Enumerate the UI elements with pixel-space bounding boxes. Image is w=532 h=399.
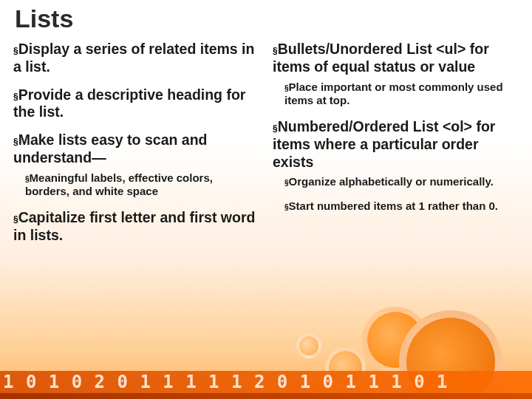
sub-bullet-text: Start numbered items at 1 rather than 0.	[289, 200, 498, 212]
bullet-marker: §	[273, 46, 278, 56]
sub-bullet-text: Meaningful labels, effective colors, bor…	[25, 171, 213, 198]
bullet-marker: §	[273, 123, 278, 134]
deco-circle	[296, 333, 321, 358]
bullet-text: Display a series of related items in a l…	[13, 41, 254, 75]
sub-bullet-item: §Organize alphabetically or numerically.	[284, 175, 519, 189]
background-decoration: 1 0 1 0 2 0 1 1 1 1 1 2 0 1 0 1 1 1 0 1	[0, 296, 532, 399]
sub-bullet-item: §Meaningful labels, effective colors, bo…	[25, 171, 259, 200]
bullet-item: §Capitalize first letter and first word …	[13, 209, 259, 245]
sub-bullet-text: Organize alphabetically or numerically.	[289, 175, 494, 188]
sub-bullet-item: §Place important or most commonly used i…	[284, 81, 519, 109]
bullet-marker: §	[13, 214, 18, 225]
right-column: §Bullets/Unordered List <ul> for items o…	[273, 41, 519, 255]
sub-bullet-item: §Start numbered items at 1 rather than 0…	[284, 200, 519, 214]
deco-circle	[325, 347, 366, 388]
bullet-marker: §	[13, 92, 18, 102]
left-column: §Display a series of related items in a …	[13, 41, 259, 255]
sub-bullet-text: Place important or most commonly used it…	[284, 81, 503, 107]
deco-digits: 1 0 1 0 2 0 1 1 1 1 1 2 0 1 0 1 1 1 0 1	[0, 371, 532, 393]
bullet-item: §Provide a descriptive heading for the l…	[13, 86, 259, 122]
deco-circle	[362, 307, 429, 373]
bullet-item: §Numbered/Ordered List <ol> for items wh…	[273, 118, 519, 214]
deco-digit-band: 1 0 1 0 2 0 1 1 1 1 1 2 0 1 0 1 1 1 0 1	[0, 371, 532, 393]
content-columns: §Display a series of related items in a …	[0, 41, 532, 255]
bullet-marker: §	[13, 137, 18, 147]
bullet-marker: §	[13, 46, 18, 56]
slide-title: Lists	[0, 0, 532, 41]
bullet-item: §Make lists easy to scan and understand—…	[13, 132, 259, 199]
bullet-text: Capitalize first letter and first word i…	[13, 209, 255, 243]
bullet-text: Provide a descriptive heading for the li…	[13, 86, 245, 120]
bullet-item: §Display a series of related items in a …	[13, 41, 259, 76]
bullet-item: §Bullets/Unordered List <ul> for items o…	[273, 41, 519, 108]
deco-thin-band	[0, 393, 532, 399]
bullet-text: Make lists easy to scan and understand—	[13, 132, 207, 166]
deco-circle	[399, 310, 502, 399]
bullet-text: Bullets/Unordered List <ul> for items of…	[273, 41, 489, 75]
bullet-text: Numbered/Ordered List <ol> for items whe…	[273, 118, 495, 170]
